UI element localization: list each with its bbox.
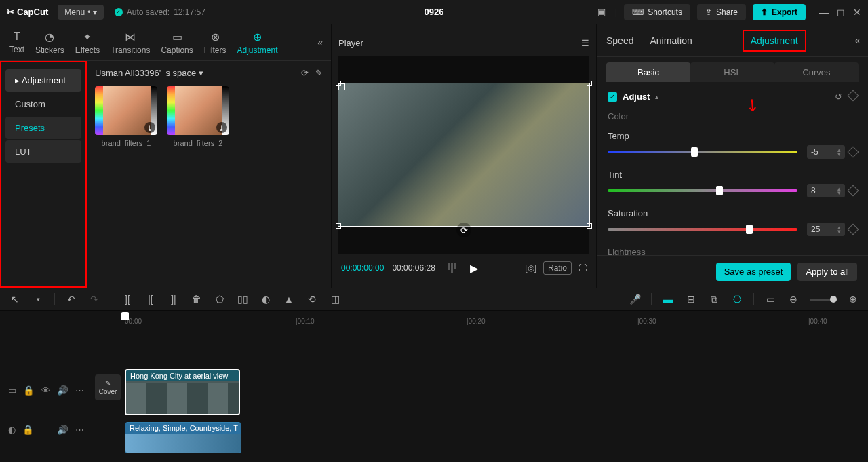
layout-icon[interactable]: ▣ [595, 4, 608, 20]
keyframe-icon[interactable] [848, 90, 859, 102]
track-mute-icon[interactable]: 🔊 [57, 425, 68, 435]
speed-icon[interactable]: ◐ [259, 294, 273, 305]
zoom-slider[interactable] [810, 299, 837, 301]
sidebar-item-lut[interactable]: LUT [5, 140, 81, 163]
rotate-icon[interactable]: ⟲ [305, 294, 319, 305]
timeline-ruler[interactable]: 00:00 |00:10 |00:20 |00:30 |00:40 [92, 311, 868, 330]
reset-icon[interactable]: ↺ [835, 92, 842, 102]
share-button[interactable]: ⇪ Share [697, 4, 746, 20]
track-type-icon[interactable]: ◐ [8, 425, 16, 435]
video-clip[interactable]: Hong Kong City at aerial view [125, 369, 240, 415]
tint-keyframe[interactable] [848, 185, 859, 197]
tint-value[interactable]: 8▴▾ [807, 184, 845, 197]
download-icon[interactable]: ⭳ [144, 122, 155, 133]
tab-stickers[interactable]: ◔Stickers [30, 31, 70, 55]
saturation-keyframe[interactable] [848, 224, 859, 235]
mirror-icon[interactable]: ▲ [282, 294, 296, 305]
download-icon[interactable]: ⭳ [216, 122, 227, 133]
tab-effects[interactable]: ✦Effects [70, 31, 105, 55]
insp-tab-adjustment[interactable]: Adjustment [743, 30, 806, 52]
close-icon[interactable]: ✕ [853, 7, 861, 18]
shortcuts-button[interactable]: ⌨ Shortcuts [624, 4, 690, 20]
player-viewport[interactable]: ⟳ [338, 56, 589, 254]
media-tabs: TText ◔Stickers ✦Effects ⋈Transitions ▭C… [0, 24, 331, 61]
group-icon[interactable]: ▯▯ [236, 294, 250, 305]
delete-icon[interactable]: 🗑 [190, 294, 203, 305]
crop-icon[interactable]: ◫ [328, 294, 342, 305]
track-lock-icon[interactable]: 🔒 [22, 425, 34, 435]
adjust-checkbox[interactable]: ✓ [608, 92, 617, 102]
sync-icon[interactable]: ⟳ [456, 223, 471, 237]
refresh-icon[interactable]: ⟳ [301, 68, 309, 78]
edit-icon[interactable]: ✎ [315, 68, 323, 78]
fullscreen-icon[interactable]: ⛶ [578, 263, 587, 273]
compare-icon[interactable]: [◎] [525, 263, 536, 273]
temp-keyframe[interactable] [848, 147, 859, 158]
save-preset-button[interactable]: Save as preset [716, 263, 791, 281]
track-lock-icon[interactable]: 🔒 [23, 385, 35, 396]
saturation-value[interactable]: 25▴▾ [807, 223, 845, 236]
playhead[interactable] [125, 312, 125, 462]
link-icon[interactable]: ⊟ [684, 294, 698, 305]
subtab-curves[interactable]: Curves [774, 62, 859, 82]
temp-value[interactable]: -5▴▾ [807, 145, 845, 159]
insp-tab-speed[interactable]: Speed [605, 33, 635, 49]
magnet-icon[interactable]: ▬ [661, 294, 675, 305]
track-more-icon[interactable]: ⋯ [75, 385, 84, 396]
redo-icon[interactable]: ↷ [87, 294, 101, 305]
tint-track[interactable] [608, 189, 797, 192]
subtab-basic[interactable]: Basic [606, 62, 690, 82]
apply-all-button[interactable]: Apply to all [797, 263, 857, 281]
snap-icon[interactable]: ⎔ [730, 294, 744, 305]
collapse-left-icon[interactable]: « [313, 37, 327, 48]
link2-icon[interactable]: ⧉ [707, 294, 721, 305]
timeline-tracks[interactable]: 00:00 |00:10 |00:20 |00:30 |00:40 ✎Cover… [92, 311, 868, 462]
pointer-icon[interactable]: ↖ [8, 294, 22, 305]
split-icon[interactable]: ][ [121, 294, 134, 305]
sidebar-item-presets[interactable]: Presets [5, 117, 81, 139]
player-frame[interactable] [338, 83, 589, 226]
mark-icon[interactable]: ⬠ [213, 294, 226, 305]
tab-captions[interactable]: ▭Captions [155, 31, 198, 55]
tab-filters[interactable]: ⊗Filters [199, 31, 232, 55]
mic-icon[interactable]: 🎤 [628, 294, 642, 305]
export-button[interactable]: ⬆ Export [753, 4, 806, 20]
track-visibility-icon[interactable]: ▭ [8, 385, 16, 396]
tab-text[interactable]: TText [4, 31, 30, 54]
maximize-icon[interactable]: ◻ [837, 7, 845, 18]
temp-track[interactable] [608, 151, 797, 153]
tint-thumb[interactable] [716, 186, 723, 195]
sidebar-item-adjustment[interactable]: ▸ Adjustment [5, 69, 81, 92]
timeline-toolbar: ↖ ▾ ↶ ↷ ][ |[ ]| 🗑 ⬠ ▯▯ ◐ ▲ ⟲ ◫ 🎤 ▬ ⊟ ⧉ … [0, 288, 868, 311]
minimize-icon[interactable]: — [819, 7, 829, 18]
insp-tab-animation[interactable]: Animation [648, 33, 693, 49]
window-controls: — ◻ ✕ [819, 7, 861, 18]
space-dropdown[interactable]: s space ▾ [165, 68, 203, 78]
temp-thumb[interactable] [691, 147, 698, 157]
chevron-down-icon[interactable]: ▾ [31, 296, 45, 303]
preset-thumb[interactable]: ⭳ brand_filters_2 [167, 86, 229, 147]
saturation-thumb[interactable] [746, 225, 753, 234]
preview-icon[interactable]: ▭ [764, 294, 777, 305]
saturation-track[interactable] [608, 228, 797, 231]
zoom-out-icon[interactable]: ⊖ [787, 294, 800, 305]
trim-left-icon[interactable]: |[ [144, 294, 157, 305]
track-mute-icon[interactable]: 🔊 [57, 385, 68, 396]
zoom-in-icon[interactable]: ⊕ [846, 294, 860, 305]
track-more-icon[interactable]: ⋯ [75, 425, 84, 435]
audio-clip[interactable]: Relaxing, Simple, Countryside, T [125, 422, 241, 453]
play-button[interactable]: ▶ [470, 262, 478, 275]
tab-adjustment[interactable]: ⊕Adjustment [231, 31, 283, 55]
track-eye-icon[interactable]: 👁 [41, 385, 50, 396]
menu-button[interactable]: Menu • ▾ [58, 5, 104, 20]
cover-button[interactable]: ✎Cover [95, 374, 121, 400]
subtab-hsl[interactable]: HSL [690, 62, 774, 82]
trim-right-icon[interactable]: ]| [167, 294, 180, 305]
player-menu-icon[interactable]: ☰ [581, 38, 589, 48]
collapse-right-icon[interactable]: « [855, 35, 860, 45]
ratio-button[interactable]: Ratio [543, 261, 572, 275]
undo-icon[interactable]: ↶ [64, 294, 78, 305]
preset-thumb[interactable]: ⭳ brand_filters_1 [95, 86, 157, 147]
sidebar-item-custom[interactable]: Custom [5, 93, 81, 115]
tab-transitions[interactable]: ⋈Transitions [105, 31, 155, 55]
